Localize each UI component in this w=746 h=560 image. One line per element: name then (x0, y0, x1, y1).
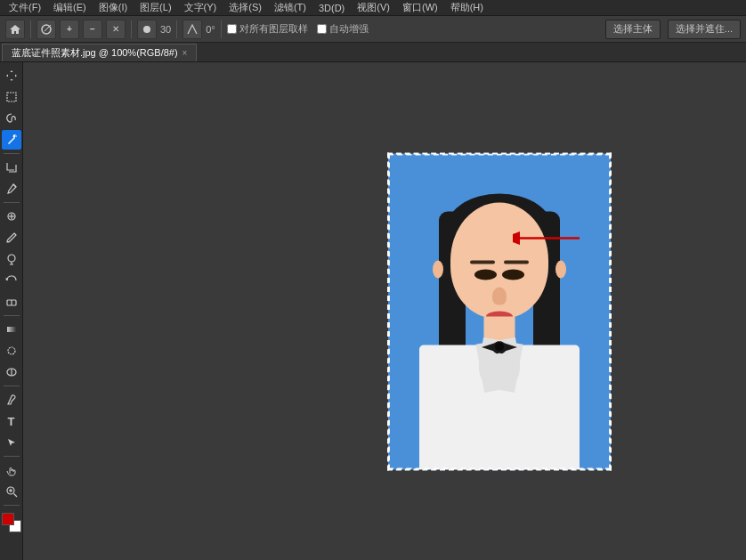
svg-point-1 (143, 26, 150, 33)
tool-move[interactable] (2, 66, 21, 85)
menu-3d[interactable]: 3D(D) (313, 2, 350, 14)
color-swatches[interactable] (2, 513, 21, 532)
left-tool-sep-2 (4, 202, 20, 203)
menu-type[interactable]: 文字(Y) (179, 0, 223, 15)
tool-path-select[interactable] (2, 433, 21, 452)
tab-close-button[interactable]: × (182, 48, 188, 58)
left-tool-sep-4 (4, 386, 20, 386)
nose (492, 287, 507, 304)
menu-select[interactable]: 选择(S) (223, 0, 267, 15)
svg-line-6 (15, 134, 16, 135)
head (450, 202, 548, 318)
menu-file[interactable]: 文件(F) (4, 0, 46, 15)
canvas-image (388, 153, 611, 469)
canvas-area[interactable] (23, 62, 746, 560)
toolbar-sep-2 (131, 20, 132, 38)
main-area: T (0, 62, 746, 560)
tool-blur[interactable] (2, 341, 21, 361)
menu-view[interactable]: 视图(V) (352, 0, 395, 15)
tool-zoom[interactable] (2, 482, 21, 501)
person (410, 184, 588, 469)
tool-eraser[interactable] (2, 292, 21, 312)
svg-rect-14 (7, 327, 16, 332)
toolbar: + − ✕ 30 0° 对所有图层取样 自动增强 选择主体 选择并遮住... (0, 16, 746, 43)
select-subject-button[interactable]: 选择主体 (605, 20, 661, 39)
ear-right (555, 260, 566, 278)
menubar: 文件(F) 编辑(E) 图像(I) 图层(L) 文字(Y) 选择(S) 滤镜(T… (0, 0, 746, 16)
brush-angle-value: 0° (206, 24, 215, 35)
tool-eyedropper[interactable] (2, 179, 21, 199)
tool-clone[interactable] (2, 249, 21, 269)
svg-line-17 (13, 494, 17, 498)
svg-line-7 (13, 184, 16, 187)
brush-size-value: 30 (160, 24, 171, 35)
left-tool-sep-6 (4, 505, 20, 506)
tab-label: 蓝底证件照素材.jpg @ 100%(RGB/8#) (12, 46, 178, 60)
auto-enhance-checkbox[interactable] (317, 24, 327, 34)
brush-preset-picker[interactable] (36, 20, 56, 39)
tool-dodge[interactable] (2, 362, 21, 382)
id-photo (388, 153, 611, 469)
auto-enhance-label[interactable]: 自动增强 (317, 22, 369, 36)
tool-pen[interactable] (2, 390, 21, 410)
menu-layer[interactable]: 图层(L) (134, 0, 176, 15)
ear-left (433, 260, 443, 278)
svg-rect-2 (7, 93, 16, 101)
photo-canvas (388, 153, 611, 469)
brush-mode-subtract[interactable]: − (83, 20, 102, 39)
tool-brush[interactable] (2, 228, 21, 248)
tool-crop[interactable] (2, 158, 21, 177)
toolbar-sep-1 (30, 20, 31, 38)
menu-window[interactable]: 窗口(W) (397, 0, 443, 15)
sample-all-layers-label[interactable]: 对所有图层取样 (227, 22, 308, 36)
select-refine-button[interactable]: 选择并遮住... (668, 20, 741, 39)
menu-help[interactable]: 帮助(H) (445, 0, 489, 15)
tool-lasso[interactable] (2, 109, 21, 128)
brush-angle-icon[interactable] (182, 20, 202, 39)
eye-right (474, 269, 497, 280)
toolbar-sep-4 (221, 20, 222, 38)
tool-text[interactable]: T (2, 411, 21, 431)
brush-mode-intersect[interactable]: ✕ (106, 20, 126, 39)
eyebrow-left (504, 260, 529, 264)
eyebrow-right (470, 260, 495, 264)
menu-image[interactable]: 图像(I) (93, 0, 133, 15)
tool-heal[interactable] (2, 207, 21, 226)
svg-point-11 (8, 255, 15, 262)
shirt (419, 345, 580, 469)
tool-magic-wand[interactable] (2, 130, 21, 150)
tool-history-brush[interactable] (2, 271, 21, 290)
tool-rectangular-marquee[interactable] (2, 87, 21, 107)
sample-all-layers-text: 对所有图层取样 (239, 22, 308, 36)
left-tool-sep-5 (4, 456, 20, 457)
foreground-color-swatch[interactable] (2, 513, 14, 525)
tabbar: 蓝底证件照素材.jpg @ 100%(RGB/8#) × (0, 43, 746, 62)
left-toolbar: T (0, 62, 23, 560)
sample-all-layers-checkbox[interactable] (227, 24, 237, 34)
home-button[interactable] (5, 20, 25, 39)
auto-enhance-text: 自动增强 (329, 22, 369, 36)
brush-size-icon[interactable] (137, 20, 157, 39)
eye-left (502, 269, 524, 280)
left-tool-sep-1 (4, 153, 20, 154)
tab-active[interactable]: 蓝底证件照素材.jpg @ 100%(RGB/8#) × (2, 44, 197, 61)
brush-mode-normal[interactable]: + (60, 20, 79, 39)
toolbar-sep-3 (176, 20, 177, 38)
bow-center (495, 342, 504, 351)
menu-filter[interactable]: 滤镜(T) (269, 0, 312, 15)
tool-gradient[interactable] (2, 320, 21, 339)
menu-edit[interactable]: 编辑(E) (48, 0, 92, 15)
svg-point-15 (8, 347, 15, 354)
left-tool-sep-3 (4, 315, 20, 316)
tool-hand[interactable] (2, 460, 21, 480)
